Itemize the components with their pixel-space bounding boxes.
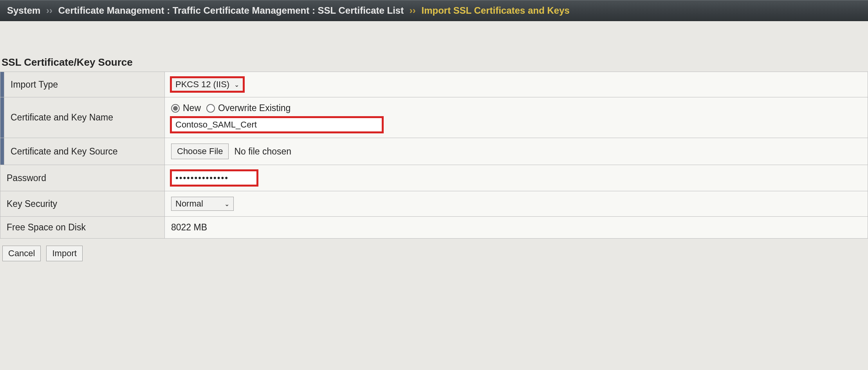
cell-import-type: PKCS 12 (IIS) ⌄	[165, 72, 868, 97]
import-button[interactable]: Import	[46, 246, 82, 261]
form-table: Import Type PKCS 12 (IIS) ⌄ Certificate …	[0, 72, 868, 239]
row-accent	[0, 138, 4, 165]
cell-password: ••••••••••••••	[165, 165, 868, 191]
free-space-value: 8022 MB	[171, 222, 207, 232]
row-accent	[0, 72, 4, 97]
section-title: SSL Certificate/Key Source	[0, 56, 868, 72]
radio-overwrite-label: Overwrite Existing	[218, 103, 291, 113]
cell-free-space: 8022 MB	[165, 217, 868, 239]
chevron-down-icon: ⌄	[224, 200, 229, 208]
choose-file-button[interactable]: Choose File	[171, 144, 229, 159]
cancel-button[interactable]: Cancel	[2, 246, 41, 261]
breadcrumb-root[interactable]: System	[7, 5, 40, 16]
file-status: No file chosen	[234, 146, 291, 157]
breadcrumb-sep: ››	[410, 5, 416, 16]
label-key-security: Key Security	[0, 191, 165, 217]
radio-overwrite[interactable]	[206, 104, 215, 113]
key-security-select[interactable]: Normal ⌄	[171, 197, 234, 211]
import-type-value: PKCS 12 (IIS)	[175, 79, 229, 90]
chevron-down-icon: ⌄	[234, 81, 239, 88]
cell-cert-source: Choose File No file chosen	[165, 138, 868, 165]
footer-buttons: Cancel Import	[0, 239, 868, 268]
label-password: Password	[0, 165, 165, 191]
radio-new[interactable]	[171, 104, 180, 113]
breadcrumb: System ›› Certificate Management : Traff…	[0, 0, 868, 21]
cert-name-radio-group: New Overwrite Existing	[171, 103, 861, 113]
import-type-select[interactable]: PKCS 12 (IIS) ⌄	[171, 77, 244, 92]
row-accent	[0, 97, 4, 138]
label-cert-source: Certificate and Key Source	[4, 138, 165, 165]
breadcrumb-path[interactable]: Certificate Management : Traffic Certifi…	[58, 5, 404, 16]
password-input[interactable]: ••••••••••••••	[171, 171, 257, 185]
label-free-space: Free Space on Disk	[0, 217, 165, 239]
breadcrumb-sep: ››	[46, 5, 52, 16]
label-cert-name: Certificate and Key Name	[4, 97, 165, 138]
cell-key-security: Normal ⌄	[165, 191, 868, 217]
label-import-type: Import Type	[4, 72, 165, 97]
radio-new-label: New	[183, 103, 201, 113]
cell-cert-name: New Overwrite Existing Contoso_SAML_Cert	[165, 97, 868, 138]
breadcrumb-current: Import SSL Certificates and Keys	[422, 5, 570, 16]
cert-name-input[interactable]: Contoso_SAML_Cert	[171, 117, 383, 132]
key-security-value: Normal	[175, 199, 203, 209]
